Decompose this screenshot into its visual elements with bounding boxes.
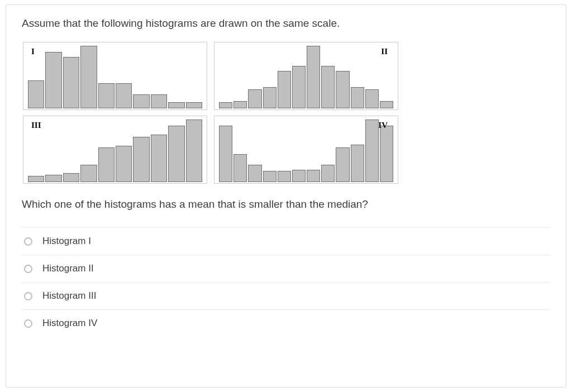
radio-icon[interactable]	[24, 292, 32, 300]
histogram-bar	[307, 46, 320, 108]
histogram-label: I	[31, 47, 35, 56]
answer-option[interactable]: Histogram IV	[22, 309, 550, 337]
histogram-II: II	[214, 42, 398, 110]
histogram-bar	[45, 52, 61, 108]
histogram-bar	[351, 145, 364, 182]
histogram-bar	[45, 175, 61, 182]
histogram-bar	[219, 102, 232, 108]
histogram-bar	[98, 147, 115, 182]
histogram-bar	[278, 171, 291, 182]
histogram-bars	[219, 46, 393, 108]
histogram-bar	[307, 170, 320, 182]
histogram-bar	[80, 46, 97, 108]
histogram-bar	[28, 80, 44, 108]
histogram-bar	[263, 171, 277, 182]
histogram-bar	[186, 119, 202, 182]
histogram-bar	[336, 71, 349, 108]
histogram-bar	[263, 87, 277, 108]
histogram-label: II	[381, 47, 388, 56]
histogram-label: III	[31, 121, 41, 130]
histogram-grid: I II III IV	[23, 42, 550, 184]
answer-option[interactable]: Histogram III	[22, 282, 550, 309]
histogram-bars	[219, 119, 393, 182]
histogram-bar	[380, 101, 393, 108]
histogram-bar	[151, 94, 167, 108]
histogram-bar	[63, 173, 79, 182]
histogram-bar	[116, 146, 132, 182]
histogram-bar	[168, 102, 184, 108]
histogram-bar	[380, 126, 393, 182]
histogram-bar	[186, 102, 202, 108]
histogram-bar	[292, 66, 306, 108]
histogram-bar	[233, 154, 247, 182]
histogram-bar	[63, 57, 79, 108]
histogram-bar	[292, 170, 306, 182]
histogram-I: I	[23, 42, 207, 110]
radio-icon[interactable]	[24, 237, 32, 246]
histogram-bar	[219, 126, 232, 182]
radio-icon[interactable]	[24, 319, 32, 328]
histogram-bar	[365, 89, 379, 108]
histogram-bar	[248, 165, 261, 182]
answer-option[interactable]: Histogram I	[22, 227, 550, 255]
answer-options: Histogram I Histogram II Histogram III H…	[22, 227, 550, 337]
histogram-bar	[248, 89, 261, 108]
histogram-bar	[321, 66, 335, 108]
histogram-bar	[365, 119, 379, 182]
answer-option-label: Histogram II	[42, 263, 94, 274]
histogram-label: IV	[378, 121, 388, 130]
answer-option-label: Histogram I	[42, 236, 91, 247]
answer-option[interactable]: Histogram II	[22, 255, 550, 282]
answer-option-label: Histogram III	[42, 290, 96, 302]
histogram-bar	[116, 83, 132, 108]
histogram-bar	[351, 87, 364, 108]
histogram-bar	[233, 101, 247, 108]
histogram-IV: IV	[214, 116, 398, 184]
question-card: Assume that the following histograms are…	[6, 4, 566, 388]
histogram-bar	[278, 71, 291, 108]
histogram-bar	[151, 135, 167, 182]
question-prompt: Assume that the following histograms are…	[22, 17, 550, 30]
radio-icon[interactable]	[24, 265, 32, 273]
histogram-bar	[28, 176, 44, 182]
question-followup: Which one of the histograms has a mean t…	[22, 198, 550, 211]
histogram-bar	[133, 137, 149, 182]
histogram-bar	[321, 165, 335, 182]
histogram-bar	[133, 94, 149, 108]
histogram-bars	[28, 46, 202, 108]
answer-option-label: Histogram IV	[42, 318, 97, 329]
histogram-bar	[336, 147, 349, 182]
page: Assume that the following histograms are…	[0, 0, 572, 392]
histogram-bar	[80, 165, 97, 182]
histogram-bar	[98, 83, 115, 108]
histogram-bars	[28, 119, 202, 182]
histogram-bar	[168, 126, 184, 182]
histogram-III: III	[23, 116, 207, 184]
